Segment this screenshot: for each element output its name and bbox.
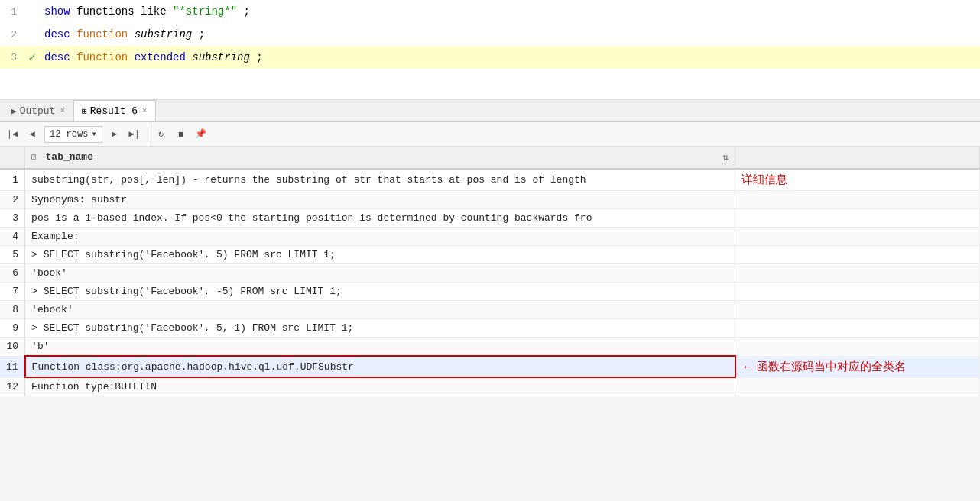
annotation-cell [735, 209, 980, 228]
table-row: 7 > SELECT substring('Facebook', -5) FRO… [0, 283, 980, 301]
row-number: 10 [0, 338, 25, 357]
code-line-3: 3 ✓ desc function extended substring ; [0, 46, 980, 69]
annotation-col-header [735, 147, 980, 169]
annotation-cell [735, 301, 980, 319]
checkmark-icon: ✓ [28, 50, 36, 65]
line-code-3: desc function extended substring ; [41, 51, 263, 63]
tab-result6-close[interactable]: × [142, 106, 148, 115]
table-row: 11Function class:org.apache.hadoop.hive.… [0, 356, 980, 377]
table-icon: ⊞ [82, 106, 87, 116]
tab-result6[interactable]: ⊞ Result 6 × [73, 100, 156, 121]
annotation-cell [735, 283, 980, 301]
line-number-1: 1 [0, 6, 23, 18]
tab-output[interactable]: ▶ Output × [3, 100, 73, 121]
fn-name-italic: substring [192, 51, 250, 63]
row-number: 1 [0, 169, 25, 191]
code-text: ; [256, 51, 262, 63]
col-tab-name: ⊞ tab_name ⇅ [25, 147, 735, 169]
annotation-text: 详细信息 [741, 173, 787, 186]
keyword-show: show [44, 5, 70, 18]
keyword-desc: desc [44, 28, 70, 40]
table-row: 12Function type:BUILTIN [0, 377, 980, 396]
row-value: > SELECT substring('Facebook', 5) FROM s… [25, 246, 735, 264]
table-row: 3pos is a 1-based index. If pos<0 the st… [0, 209, 980, 228]
row-value: > SELECT substring('Facebook', -5) FROM … [25, 283, 735, 301]
annotation-cell [735, 338, 980, 357]
row-value: substring(str, pos[, len]) - returns the… [25, 169, 735, 191]
row-value: 'ebook' [25, 301, 735, 319]
refresh-button[interactable]: ↻ [152, 125, 170, 144]
row-number: 8 [0, 301, 25, 319]
row-number: 7 [0, 283, 25, 301]
table-row: 5 > SELECT substring('Facebook', 5) FROM… [0, 246, 980, 264]
table-row: 2Synonyms: substr [0, 191, 980, 209]
code-text: ; [243, 5, 249, 18]
annotation-text: ← 函数在源码当中对应的全类名 [742, 360, 906, 373]
row-number: 11 [0, 356, 25, 377]
row-value: 'book' [25, 264, 735, 283]
table-row: 6 'book' [0, 264, 980, 283]
annotation-cell: ← 函数在源码当中对应的全类名 [735, 356, 980, 377]
line-code-2: desc function substring ; [41, 28, 205, 40]
result-table: ⊞ tab_name ⇅ 1substring(str, pos[, len])… [0, 147, 980, 396]
row-number: 4 [0, 228, 25, 246]
row-number: 5 [0, 246, 25, 264]
row-value: pos is a 1-based index. If pos<0 the sta… [25, 209, 735, 228]
row-number: 2 [0, 191, 25, 209]
col-header-label: tab_name [46, 151, 93, 163]
line-number-2: 2 [0, 29, 23, 40]
keyword-function: function [76, 51, 128, 63]
table-row: 10'b' [0, 338, 980, 357]
string-value: "*string*" [173, 5, 237, 18]
row-number: 9 [0, 319, 25, 338]
fn-name: substring [135, 28, 193, 40]
annotation-cell: 详细信息 [735, 169, 980, 191]
row-number: 3 [0, 209, 25, 228]
first-page-button[interactable]: |◀ [3, 125, 21, 144]
line-number-3: 3 [0, 52, 23, 63]
annotation-cell [735, 191, 980, 209]
prev-page-button[interactable]: ◀ [23, 125, 41, 144]
keyword-desc: desc [44, 51, 70, 63]
annotation-cell [735, 319, 980, 338]
code-text: functions like [76, 5, 173, 18]
toolbar: |◀ ◀ 12 rows ▾ ▶ ▶| ↻ ◼ 📌 [0, 122, 980, 147]
code-text: ; [199, 28, 205, 40]
pin-button[interactable]: 📌 [192, 125, 210, 144]
keyword-function: function [76, 28, 128, 40]
row-value: 'b' [25, 338, 735, 357]
row-value: > SELECT substring('Facebook', 5, 1) FRO… [25, 319, 735, 338]
code-line-1: 1 show functions like "*string*" ; [0, 0, 980, 23]
annotation-cell [735, 377, 980, 396]
tab-output-close[interactable]: × [60, 106, 65, 115]
rows-label: 12 rows [50, 129, 88, 140]
table-row: 1substring(str, pos[, len]) - returns th… [0, 169, 980, 191]
table-row: 9 > SELECT substring('Facebook', 5, 1) F… [0, 319, 980, 338]
sort-icon[interactable]: ⇅ [722, 151, 729, 163]
row-number: 12 [0, 377, 25, 396]
annotation-cell [735, 264, 980, 283]
rows-dropdown-icon: ▾ [91, 128, 96, 140]
rows-select[interactable]: 12 rows ▾ [44, 126, 102, 143]
row-value: Function class:org.apache.hadoop.hive.ql… [25, 356, 735, 377]
line-code-1: show functions like "*string*" ; [41, 5, 250, 18]
table-row: 8 'ebook' [0, 301, 980, 319]
annotation-cell [735, 228, 980, 246]
row-num-header [0, 147, 25, 169]
stop-button[interactable]: ◼ [172, 125, 190, 144]
row-value: Function type:BUILTIN [25, 377, 735, 396]
row-value: Example: [25, 228, 735, 246]
tab-result6-label: Result 6 [90, 105, 138, 117]
table-header-row: ⊞ tab_name ⇅ [0, 147, 980, 169]
column-icon: ⊞ [31, 153, 37, 162]
code-line-2: 2 desc function substring ; [0, 23, 980, 46]
tabs-bar: ▶ Output × ⊞ Result 6 × [0, 99, 980, 122]
play-icon: ▶ [11, 106, 17, 116]
last-page-button[interactable]: ▶| [125, 125, 144, 144]
result-area: ⊞ tab_name ⇅ 1substring(str, pos[, len])… [0, 147, 980, 396]
annotation-cell [735, 246, 980, 264]
editor-area: 1 show functions like "*string*" ; 2 des… [0, 0, 980, 99]
row-number: 6 [0, 264, 25, 283]
row-value: Synonyms: substr [25, 191, 735, 209]
next-page-button[interactable]: ▶ [105, 125, 124, 144]
